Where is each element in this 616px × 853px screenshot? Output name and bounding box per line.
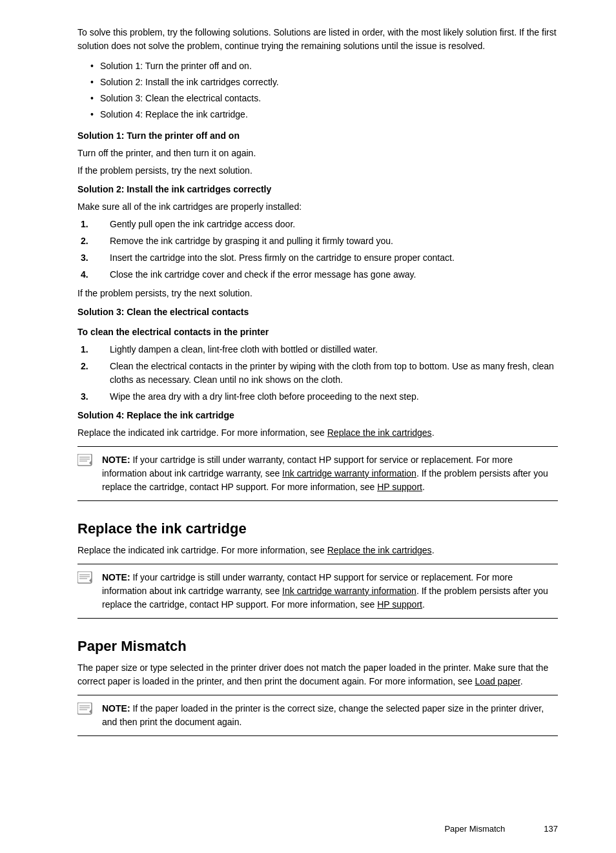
replace-section-text: Replace the indicated ink cartridge. For… [77,544,558,557]
footer-section-name: Paper Mismatch [444,824,505,834]
solution1-text1: Turn off the printer, and then turn it o… [77,147,558,160]
note-icon-2 [77,571,96,588]
solution1-text2: If the problem persists, try the next so… [77,164,558,178]
solution4-text: Replace the indicated ink cartridge. For… [77,426,558,440]
list-item: 1.Lightly dampen a clean, lint-free clot… [77,343,558,356]
solution4-heading: Solution 4: Replace the ink cartridge [77,409,558,422]
solution3-steps: 1.Lightly dampen a clean, lint-free clot… [77,343,558,404]
note-content-3: NOTE: If the paper loaded in the printer… [102,702,558,729]
paper-mismatch-text: The paper size or type selected in the p… [77,661,558,688]
list-item: 2.Clean the electrical contacts in the p… [77,360,558,387]
list-item: 4.Close the ink cartridge cover and chec… [77,268,558,282]
ink-warranty-link1[interactable]: Ink cartridge warranty information [282,468,416,478]
solution2-steps: 1.Gently pull open the ink cartridge acc… [77,218,558,282]
solution3-heading: Solution 3: Clean the electrical contact… [77,305,558,319]
list-item: 1.Gently pull open the ink cartridge acc… [77,218,558,231]
solution1-heading: Solution 1: Turn the printer off and on [77,129,558,143]
note-content-2: NOTE: If your cartridge is still under w… [102,571,558,611]
solutions-bullet-list: Solution 1: Turn the printer off and on.… [77,59,558,121]
list-item: Solution 4: Replace the ink cartridge. [90,108,558,121]
page: To solve this problem, try the following… [0,0,616,853]
svg-rect-0 [77,454,92,466]
paper-mismatch-title: Paper Mismatch [77,638,558,655]
solution2-outro: If the problem persists, try the next so… [77,287,558,300]
note-box-3: NOTE: If the paper loaded in the printer… [77,695,558,736]
note-label-3: NOTE: [102,703,130,714]
ink-warranty-link2[interactable]: Ink cartridge warranty information [282,586,416,596]
list-item: Solution 2: Install the ink cartridges c… [90,76,558,89]
svg-rect-4 [77,571,92,583]
list-item: 2.Remove the ink cartridge by grasping i… [77,234,558,248]
replace-cartridges-link2[interactable]: Replace the ink cartridges [327,545,432,555]
footer: Paper Mismatch 137 [0,824,616,834]
hp-support-link1[interactable]: HP support [377,482,422,492]
footer-page-number: 137 [544,824,558,834]
load-paper-link[interactable]: Load paper [475,676,520,686]
note-label-1: NOTE: [102,455,130,465]
list-item: 3.Insert the cartridge into the slot. Pr… [77,251,558,265]
note-box-2: NOTE: If your cartridge is still under w… [77,564,558,619]
note-label-2: NOTE: [102,572,130,582]
list-item: Solution 3: Clean the electrical contact… [90,92,558,105]
note-content-1: NOTE: If your cartridge is still under w… [102,453,558,494]
solution2-intro: Make sure all of the ink cartridges are … [77,200,558,214]
replace-section-title: Replace the ink cartridge [77,520,558,537]
note-box-1: NOTE: If your cartridge is still under w… [77,446,558,501]
note-icon-3 [77,703,96,719]
svg-rect-8 [77,703,92,714]
replace-cartridges-link1[interactable]: Replace the ink cartridges [327,427,432,438]
hp-support-link2[interactable]: HP support [377,599,422,610]
solution2-heading: Solution 2: Install the ink cartridges c… [77,183,558,196]
list-item: 3.Wipe the area dry with a dry lint-free… [77,390,558,404]
note-icon-1 [77,454,96,470]
solution3-subheading: To clean the electrical contacts in the … [77,325,558,339]
intro-paragraph: To solve this problem, try the following… [77,26,558,53]
footer-text: Paper Mismatch 137 [444,824,558,834]
list-item: Solution 1: Turn the printer off and on. [90,59,558,73]
